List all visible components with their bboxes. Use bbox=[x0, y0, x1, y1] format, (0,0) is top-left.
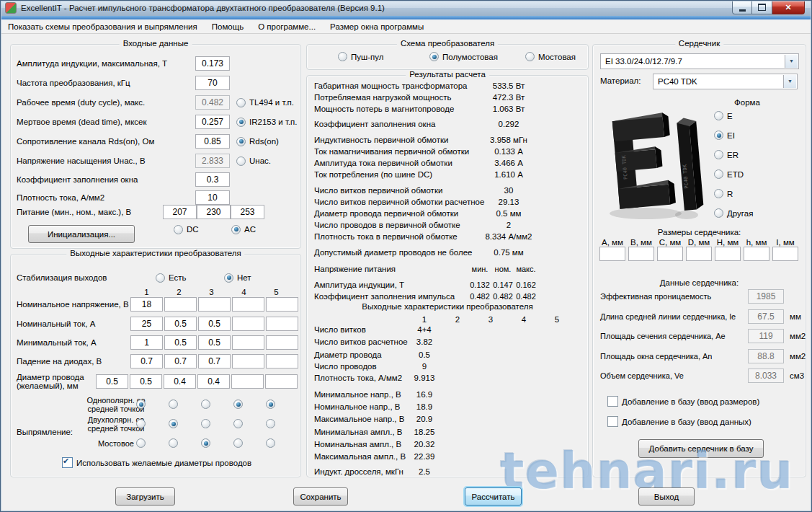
dead-time-input[interactable] bbox=[195, 115, 230, 129]
shape-other-radio[interactable] bbox=[714, 208, 723, 218]
shape-er-radio[interactable] bbox=[714, 150, 723, 159]
push-pull-radio[interactable] bbox=[338, 52, 347, 61]
nominal-current-4[interactable] bbox=[232, 317, 264, 331]
frequency-input[interactable] bbox=[195, 76, 230, 90]
min-current-5[interactable] bbox=[266, 335, 298, 350]
close-button[interactable]: ✕ bbox=[772, 1, 805, 14]
add-to-db-data-checkbox[interactable] bbox=[607, 416, 618, 427]
diode-drop-5[interactable] bbox=[266, 354, 298, 368]
rect-bridge-5[interactable] bbox=[266, 438, 275, 448]
shape-etd-radio[interactable] bbox=[714, 169, 723, 179]
size-h-lower-input[interactable] bbox=[744, 247, 769, 261]
nominal-voltage-2[interactable] bbox=[164, 297, 197, 312]
induction-amplitude-input[interactable] bbox=[195, 56, 230, 71]
initialize-button[interactable]: Инициализация... bbox=[28, 225, 135, 243]
col-header-min: мин. bbox=[468, 265, 492, 273]
nominal-voltage-1[interactable] bbox=[130, 297, 163, 312]
nominal-voltage-3[interactable] bbox=[198, 297, 231, 312]
shape-r-radio[interactable] bbox=[714, 189, 723, 198]
ir2153-radio[interactable] bbox=[236, 118, 246, 127]
min-current-4[interactable] bbox=[232, 335, 264, 350]
size-c-input[interactable] bbox=[657, 247, 683, 261]
core-select[interactable]: EI 33.0/24.0/12.7/9.7 ▼ bbox=[600, 53, 799, 69]
min-current-1[interactable] bbox=[130, 335, 163, 350]
wire-diameter-0[interactable] bbox=[96, 374, 128, 389]
rds-on-radio[interactable] bbox=[236, 137, 246, 146]
minimize-icon bbox=[739, 9, 746, 12]
rect-bridge-2[interactable] bbox=[169, 438, 178, 448]
window-fill-factor-input[interactable] bbox=[195, 172, 230, 187]
size-d-input[interactable] bbox=[686, 247, 712, 261]
material-select[interactable]: PC40 TDK ▼ bbox=[653, 74, 798, 89]
stabilization-yes-label: Есть bbox=[169, 273, 187, 282]
rect-bridge-1[interactable] bbox=[136, 438, 146, 448]
nominal-current-3[interactable] bbox=[198, 317, 231, 331]
result-value: 0.5 мм bbox=[465, 209, 552, 218]
results-group: Результаты расчета Габаритная мощность т… bbox=[306, 75, 589, 477]
save-button[interactable]: Сохранить bbox=[293, 487, 348, 506]
maximize-button[interactable] bbox=[752, 1, 772, 14]
rect-bipolar-1[interactable] bbox=[136, 419, 146, 428]
unas-radio[interactable] bbox=[236, 156, 246, 166]
supply-min-input[interactable] bbox=[163, 205, 197, 219]
rect-bipolar-3[interactable] bbox=[201, 419, 210, 428]
add-core-button[interactable]: Добавить сердечник в базу bbox=[638, 439, 764, 458]
wire-diameter-4[interactable] bbox=[231, 374, 264, 389]
use-desired-diameters-checkbox[interactable] bbox=[62, 457, 73, 468]
nominal-voltage-4[interactable] bbox=[232, 297, 264, 312]
rect-bipolar-2[interactable] bbox=[169, 419, 178, 428]
wire-diameter-2[interactable] bbox=[164, 374, 196, 389]
rect-unipolar-1[interactable] bbox=[136, 400, 146, 409]
menu-about[interactable]: О программе... bbox=[251, 21, 323, 32]
calculate-button[interactable]: Рассчитать bbox=[465, 487, 522, 506]
rect-bipolar-5[interactable] bbox=[266, 419, 275, 428]
wire-diameter-3[interactable] bbox=[197, 374, 230, 389]
supply-nom-input[interactable] bbox=[197, 205, 231, 219]
min-current-2[interactable] bbox=[164, 335, 197, 350]
add-to-db-sizes-checkbox[interactable] bbox=[607, 396, 618, 407]
minimize-button[interactable] bbox=[732, 1, 752, 14]
ac-radio[interactable] bbox=[231, 225, 241, 234]
rect-bridge-4[interactable] bbox=[233, 438, 243, 448]
tl494-radio[interactable] bbox=[236, 98, 246, 107]
exit-button[interactable]: Выход bbox=[638, 487, 695, 506]
nominal-voltage-5[interactable] bbox=[266, 297, 298, 312]
nominal-current-5[interactable] bbox=[266, 317, 298, 331]
wire-diameter-1[interactable] bbox=[130, 374, 162, 389]
stabilization-yes-radio[interactable] bbox=[156, 273, 165, 283]
shape-e-radio[interactable] bbox=[714, 111, 723, 120]
size-b-input[interactable] bbox=[628, 247, 654, 261]
rect-unipolar-2[interactable] bbox=[169, 400, 178, 409]
maximize-icon bbox=[758, 4, 766, 11]
rect-unipolar-4[interactable] bbox=[233, 400, 243, 409]
shape-ei-radio[interactable] bbox=[714, 131, 723, 140]
rect-unipolar-5[interactable] bbox=[266, 400, 275, 409]
half-bridge-radio[interactable] bbox=[429, 52, 439, 61]
load-button[interactable]: Загрузить bbox=[115, 487, 175, 506]
size-h-upper-input[interactable] bbox=[715, 247, 741, 261]
nominal-current-1[interactable] bbox=[130, 317, 163, 331]
menu-window-size[interactable]: Размер окна программы bbox=[323, 21, 431, 32]
dc-radio[interactable] bbox=[174, 225, 183, 234]
size-a-input[interactable] bbox=[599, 247, 625, 261]
rds-on-input[interactable] bbox=[195, 134, 230, 149]
menu-show-schemes[interactable]: Показать схемы преобразования и выпрямле… bbox=[1, 21, 205, 32]
rect-row-bridge bbox=[125, 438, 287, 448]
supply-max-input[interactable] bbox=[231, 205, 264, 219]
diode-drop-1[interactable] bbox=[130, 354, 163, 368]
wire-diameter-5[interactable] bbox=[265, 374, 298, 389]
current-density-input[interactable] bbox=[195, 190, 230, 205]
min-current-3[interactable] bbox=[198, 335, 231, 350]
menu-help[interactable]: Помощь bbox=[205, 21, 251, 32]
stabilization-no-radio[interactable] bbox=[224, 273, 233, 283]
nominal-current-2[interactable] bbox=[164, 317, 197, 331]
rect-unipolar-3[interactable] bbox=[201, 400, 210, 409]
diode-drop-2[interactable] bbox=[164, 354, 197, 368]
rect-bipolar-4[interactable] bbox=[233, 419, 243, 428]
rect-bridge-3[interactable] bbox=[201, 438, 210, 448]
diode-drop-4[interactable] bbox=[232, 354, 264, 368]
size-i-input[interactable] bbox=[772, 247, 798, 261]
bridge-radio[interactable] bbox=[525, 52, 535, 61]
diode-drop-3[interactable] bbox=[198, 354, 231, 368]
result-value: 0.482 bbox=[491, 292, 515, 301]
